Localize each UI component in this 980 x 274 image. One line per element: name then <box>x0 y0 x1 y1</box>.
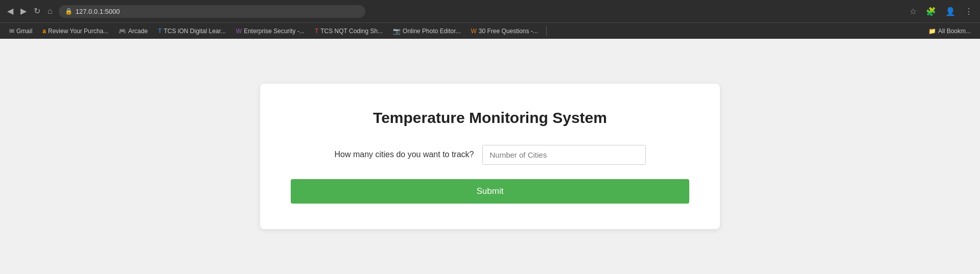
amazon-icon: a <box>42 28 46 35</box>
bookmarks-bar: ✉ Gmail a Review Your Purcha... 🎮 Arcade… <box>0 22 980 39</box>
nav-buttons: ◀ ▶ ↻ ⌂ <box>5 5 55 17</box>
submit-button[interactable]: Submit <box>291 179 689 204</box>
bookmark-star-button[interactable]: ☆ <box>907 5 919 18</box>
all-bookmarks-label: All Bookm... <box>938 28 971 35</box>
bookmarks-separator <box>546 26 547 36</box>
forward-button[interactable]: ▶ <box>18 5 29 17</box>
bookmark-gmail[interactable]: ✉ Gmail <box>5 26 36 36</box>
bookmark-amazon[interactable]: a Review Your Purcha... <box>38 26 112 36</box>
profile-button[interactable]: 👤 <box>943 5 958 18</box>
bookmark-enterprise[interactable]: W Enterprise Security -... <box>232 26 309 36</box>
tcs-nqt-icon: T <box>315 28 318 35</box>
home-button[interactable]: ⌂ <box>45 5 55 17</box>
main-card: Temperature Monitoring System How many c… <box>260 84 720 229</box>
menu-button[interactable]: ⋮ <box>963 5 975 18</box>
browser-actions: ☆ 🧩 👤 ⋮ <box>907 5 975 18</box>
bookmark-30-free[interactable]: W 30 Free Questions -... <box>466 26 542 36</box>
folder-icon: 📁 <box>928 28 936 35</box>
gmail-icon: ✉ <box>9 28 14 35</box>
30-free-icon: W <box>471 28 476 35</box>
browser-chrome: ◀ ▶ ↻ ⌂ 🔒 127.0.0.1:5000 ☆ 🧩 👤 ⋮ ✉ Gmail… <box>0 0 980 39</box>
bookmark-30-free-label: 30 Free Questions -... <box>479 28 538 35</box>
browser-toolbar: ◀ ▶ ↻ ⌂ 🔒 127.0.0.1:5000 ☆ 🧩 👤 ⋮ <box>0 0 980 22</box>
tcs-ion-icon: T <box>158 28 161 35</box>
page-content: Temperature Monitoring System How many c… <box>0 39 980 273</box>
photo-editor-icon: 📷 <box>393 28 401 35</box>
city-count-input[interactable] <box>482 145 646 165</box>
all-bookmarks-button[interactable]: 📁 All Bookm... <box>924 26 975 36</box>
page-title: Temperature Monitoring System <box>291 109 689 127</box>
form-row: How many cities do you want to track? <box>291 145 689 165</box>
bookmark-tcs-nqt-label: TCS NQT Coding Sh... <box>320 28 383 35</box>
city-count-label: How many cities do you want to track? <box>334 150 474 159</box>
bookmark-tcs-nqt[interactable]: T TCS NQT Coding Sh... <box>311 26 387 36</box>
bookmark-tcs-ion[interactable]: T TCS iON Digital Lear... <box>154 26 230 36</box>
lock-icon: 🔒 <box>65 8 73 15</box>
bookmark-enterprise-label: Enterprise Security -... <box>244 28 305 35</box>
back-button[interactable]: ◀ <box>5 5 15 17</box>
bookmark-arcade[interactable]: 🎮 Arcade <box>114 26 152 36</box>
bookmark-arcade-label: Arcade <box>128 28 148 35</box>
bookmark-photo-editor[interactable]: 📷 Online Photo Editor... <box>389 26 464 36</box>
bookmark-gmail-label: Gmail <box>16 28 32 35</box>
reload-button[interactable]: ↻ <box>32 5 42 17</box>
bookmark-tcs-ion-label: TCS iON Digital Lear... <box>164 28 225 35</box>
bookmark-amazon-label: Review Your Purcha... <box>48 28 108 35</box>
arcade-icon: 🎮 <box>119 28 126 35</box>
bookmark-photo-editor-label: Online Photo Editor... <box>403 28 460 35</box>
address-bar[interactable]: 🔒 127.0.0.1:5000 <box>59 5 365 18</box>
enterprise-icon: W <box>236 28 242 35</box>
url-text: 127.0.0.1:5000 <box>76 8 120 15</box>
extensions-button[interactable]: 🧩 <box>924 5 938 18</box>
